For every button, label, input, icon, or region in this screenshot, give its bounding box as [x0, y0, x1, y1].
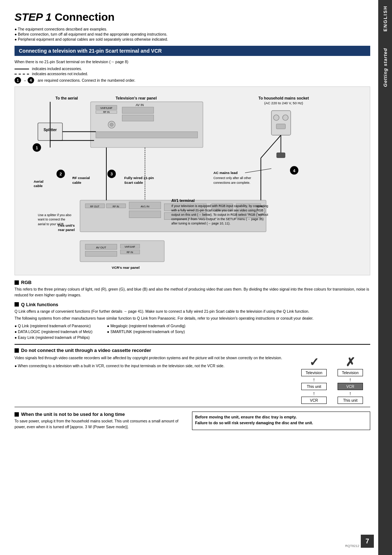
- arrow-up-icon: ↑: [313, 377, 315, 382]
- rgb-title: RGB: [15, 280, 370, 285]
- qlink-items: ● Q Link (registered trademark of Panaso…: [15, 323, 370, 340]
- svg-rect-6: [122, 107, 154, 113]
- household-mains-label: To household mains socket: [258, 96, 309, 100]
- side-tab: ENGLISH Getting started: [378, 0, 392, 555]
- svg-text:AC mains lead: AC mains lead: [213, 171, 238, 175]
- cross-mark-icon: ✗: [338, 355, 363, 369]
- svg-rect-37: [277, 153, 285, 158]
- connection-diagram: To the aerial Television's rear panel To…: [15, 86, 370, 275]
- svg-text:AV OUT: AV OUT: [96, 246, 106, 249]
- do-not-connect-section: Do not connect the unit through a video …: [15, 344, 370, 407]
- svg-text:want to connect the: want to connect the: [37, 218, 65, 221]
- legend-solid: indicates included accessories.: [15, 67, 370, 71]
- connection-diagrams-area: ✓ Television ↑ This unit ↑ VCR ✗ Televis…: [301, 355, 363, 404]
- svg-text:3: 3: [110, 171, 113, 176]
- vcr-box-correct: VCR: [301, 397, 327, 404]
- qlink-items-right: ● Megalogic (registered trademark of Gru…: [107, 323, 185, 340]
- svg-text:Scart cable: Scart cable: [124, 181, 143, 185]
- page-title: STEP 1 Connection: [15, 11, 370, 23]
- svg-text:cable: cable: [34, 184, 43, 188]
- svg-rect-60: [85, 251, 117, 256]
- intro-bullets: The equipment connections described are …: [15, 27, 370, 41]
- qlink-text1: Q Link offers a range of convenient func…: [15, 309, 370, 315]
- incorrect-diagram: ✗ Television ↑ VCR ↑ This unit: [338, 355, 363, 404]
- qlink-items-left: ● Q Link (registered trademark of Panaso…: [15, 323, 93, 340]
- qlink-text2: The following systems from other manufac…: [15, 316, 370, 321]
- svg-text:RF IN: RF IN: [113, 205, 119, 208]
- svg-text:Aerial: Aerial: [34, 179, 44, 183]
- rgb-text: This refers to the three primary colours…: [15, 287, 370, 298]
- tv-box-incorrect: Television: [338, 369, 363, 376]
- disc-tray-title: Before moving the unit, ensure the disc …: [195, 415, 367, 419]
- svg-text:Fully wired 21-pin: Fully wired 21-pin: [124, 176, 154, 180]
- svg-rect-7: [122, 115, 154, 121]
- arrow-up-icon: ↑: [313, 391, 315, 396]
- vcr-box-highlighted: VCR: [338, 383, 363, 390]
- svg-text:connections are complete.: connections are complete.: [213, 181, 250, 185]
- numbered-note: 1 – 4 are required connections. Connect …: [15, 77, 370, 84]
- svg-point-10: [110, 123, 114, 126]
- correct-diagram: ✓ Television ↑ This unit ↑ VCR: [301, 355, 327, 404]
- black-square-icon: [15, 348, 19, 353]
- disc-tray-section: Before moving the unit, ensure the disc …: [192, 412, 371, 430]
- tv-box-correct: Television: [301, 369, 327, 376]
- diagram-svg: To the aerial Television's rear panel To…: [20, 92, 364, 270]
- page-number: 7: [361, 535, 374, 548]
- arrow-up-icon: ↑: [349, 377, 352, 382]
- svg-rect-32: [271, 111, 291, 135]
- incorrect-diagram-boxes: Television ↑ VCR ↑ This unit: [338, 369, 363, 404]
- qlink-title: Q Link functions: [15, 302, 370, 307]
- svg-text:RF coaxial: RF coaxial: [72, 176, 90, 180]
- solid-line-icon: [15, 69, 29, 69]
- svg-text:Use a splitter if you also: Use a splitter if you also: [38, 213, 71, 217]
- svg-text:AV1 IN: AV1 IN: [140, 205, 149, 208]
- qlink-section: Q Link functions Q Link offers a range o…: [15, 302, 370, 341]
- svg-point-34: [283, 115, 288, 120]
- doc-id: RQT8212: [345, 544, 359, 548]
- svg-text:RF IN: RF IN: [103, 111, 110, 113]
- aerial-label: To the aerial: [56, 96, 78, 100]
- disc-tray-warning: Failure to do so will risk severely dama…: [195, 421, 367, 425]
- legend-dashed: indicates accessories not included.: [15, 72, 370, 76]
- ac-voltage: (AC 220 to 240 V, 50 Hz): [264, 101, 303, 105]
- svg-text:VHF/UHF: VHF/UHF: [100, 106, 113, 110]
- this-unit-box-incorrect: This unit: [338, 397, 363, 404]
- svg-text:2: 2: [60, 171, 62, 176]
- correct-diagram-boxes: Television ↑ This unit ↑ VCR: [301, 369, 327, 404]
- warning-text-area: Video signals fed through video cassette…: [15, 355, 294, 404]
- check-mark-icon: ✓: [301, 355, 327, 369]
- arrow-up-icon: ↑: [349, 391, 352, 396]
- long-time-section: When the unit is not to be used for a lo…: [15, 412, 187, 430]
- svg-text:RF OUT: RF OUT: [90, 205, 99, 208]
- svg-text:4: 4: [293, 168, 295, 173]
- section-header: Connecting a television with 21-pin Scar…: [15, 46, 370, 56]
- svg-rect-45: [129, 211, 161, 218]
- this-unit-box: This unit: [301, 383, 327, 390]
- getting-started-label: Getting started: [383, 44, 388, 90]
- svg-rect-35: [276, 124, 285, 129]
- black-square-icon: [15, 412, 19, 417]
- warning-text1: Video signals fed through video cassette…: [15, 355, 294, 361]
- english-label: ENGLISH: [383, 0, 388, 37]
- warning-content: Video signals fed through video cassette…: [15, 355, 370, 404]
- svg-text:VCR's rear panel: VCR's rear panel: [112, 266, 140, 270]
- tv-panel-label: Television's rear panel: [116, 96, 157, 100]
- black-square-icon: [15, 280, 19, 285]
- no-scart-note: When there is no 21-pin Scart terminal o…: [15, 60, 370, 64]
- legend-area: indicates included accessories. indicate…: [15, 67, 370, 84]
- rgb-section: RGB This refers to the three primary col…: [15, 280, 370, 298]
- svg-text:aerial to your VCR.: aerial to your VCR.: [38, 222, 64, 226]
- warning-title: Do not connect the unit through a video …: [15, 348, 370, 353]
- bottom-section: When the unit is not to be used for a lo…: [15, 412, 370, 430]
- svg-point-33: [273, 115, 279, 120]
- svg-text:AV IN: AV IN: [136, 103, 144, 107]
- svg-text:cable: cable: [72, 181, 81, 185]
- long-time-title: When the unit is not to be used for a lo…: [15, 412, 187, 417]
- svg-text:Connect only after all other: Connect only after all other: [213, 176, 251, 180]
- svg-text:RF IN: RF IN: [127, 251, 133, 254]
- svg-text:AV1 terminal: AV1 terminal: [171, 198, 195, 203]
- dashed-line-icon: [15, 74, 29, 74]
- svg-line-29: [245, 169, 271, 173]
- svg-text:1: 1: [36, 145, 38, 150]
- svg-rect-8: [96, 132, 198, 138]
